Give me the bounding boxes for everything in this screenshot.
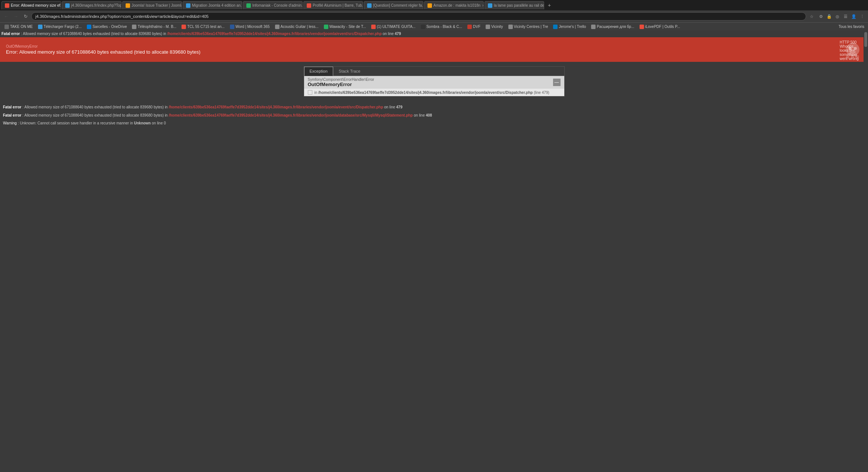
- exception-file-row: in /home/clients/639be536ea14769faeffe7d…: [304, 89, 564, 96]
- fatal-error-3-path: /home/clients/639be536ea14769faeffe7d395…: [169, 113, 413, 117]
- bookmark-wawacity[interactable]: Wawacity - Site de T...: [322, 23, 368, 30]
- bookmark-acoustic[interactable]: Acoustic Guitar | less...: [273, 23, 321, 30]
- tab-7[interactable]: [Question] Comment régler fa... ✕: [364, 1, 423, 9]
- fatal-error-3-label: Fatal error: [3, 113, 21, 117]
- scrollbar[interactable]: [864, 31, 868, 472]
- tab-4-favicon: [186, 3, 190, 8]
- bookmark-word-favicon: [230, 25, 234, 29]
- bookmark-tcl-label: TCL 55 C715 test an...: [187, 25, 224, 29]
- bookmark-dvf[interactable]: DVF: [465, 23, 483, 30]
- extension-icon-3[interactable]: ◎: [834, 13, 841, 20]
- bookmark-extensions-label: Расширения для бр...: [597, 25, 634, 29]
- tab-2[interactable]: j4.360images.fr/index.php?Top... ✕: [62, 1, 121, 9]
- tab-1[interactable]: Error: Allowed memory size ef... ✕: [1, 1, 61, 9]
- tab-1-title: Error: Allowed memory size ef...: [11, 3, 61, 7]
- bookmark-vicinity[interactable]: Vicinity: [483, 23, 505, 30]
- bookmark-ilovepdf[interactable]: iLovePDF | Outils P...: [637, 23, 682, 30]
- new-tab-button[interactable]: +: [545, 1, 554, 9]
- bookmark-word[interactable]: Word | Microsoft 365: [228, 23, 272, 30]
- menu-button[interactable]: ⋮: [858, 13, 866, 20]
- warning-suffix: on line: [152, 121, 164, 125]
- extension-icon-1[interactable]: ⚙: [817, 13, 825, 20]
- bookmark-extensions-favicon: [591, 25, 596, 29]
- fatal-error-1-prefix: : Allowed memory size of 671088640 bytes…: [21, 32, 167, 36]
- tab-3[interactable]: Joomla! Issue Tracker | Joomla... ✕: [122, 1, 182, 9]
- svg-rect-3: [846, 55, 849, 58]
- bookmark-star-button[interactable]: ☆: [808, 12, 816, 20]
- tab-3-favicon: [126, 3, 130, 8]
- bookmark-teleophthalmo[interactable]: Télèophthalmo - M. B...: [130, 23, 179, 30]
- bookmark-jeromes[interactable]: Jerome's | Trello: [551, 23, 588, 30]
- tab-5-title: Infomaniak - Console d'admin...: [252, 3, 303, 7]
- tab-8-close[interactable]: ✕: [482, 4, 484, 7]
- bookmark-extensions[interactable]: Расширения для бр...: [589, 23, 636, 30]
- tab-5[interactable]: Infomaniak - Console d'admin... ✕: [243, 1, 303, 9]
- bookmark-acoustic-label: Acoustic Guitar | less...: [281, 25, 319, 29]
- extension-icon-2[interactable]: 🔒: [826, 13, 833, 20]
- bookmark-sombra-label: Sombra - Black & C...: [426, 25, 462, 29]
- profile-icon[interactable]: 👤: [850, 13, 858, 20]
- fatal-error-1-suffix: on line: [383, 32, 395, 36]
- tab-1-favicon: [5, 3, 9, 8]
- extension-icon-4[interactable]: ☰: [842, 13, 849, 20]
- fatal-error-1: Fatal error : Allowed memory size of 671…: [0, 31, 868, 37]
- fatal-error-2-prefix: : Allowed memory size of 671088640 bytes…: [22, 105, 168, 109]
- bookmarks-bar: TAKE ON ME Télécharger Fargo (2... Sarce…: [0, 22, 868, 31]
- bookmarks-more-button[interactable]: Tous les favoris: [837, 23, 866, 30]
- tab-6[interactable]: Profilé Aluminium | Barre, Tub... ✕: [303, 1, 363, 9]
- bookmark-word-label: Word | Microsoft 365: [236, 25, 270, 29]
- tab-8[interactable]: Amazon.de : makita ls1018n ✕: [424, 1, 484, 9]
- bookmark-tcl[interactable]: TCL 55 C715 test an...: [179, 23, 227, 30]
- exception-expand-checkbox[interactable]: [308, 90, 312, 95]
- exception-header: Symfony\Component\ErrorHandler\Error Out…: [304, 76, 564, 89]
- tab-3-title: Joomla! Issue Tracker | Joomla...: [132, 3, 182, 7]
- svg-rect-4: [851, 55, 854, 58]
- warning-line: Warning : Unknown: Cannot call session s…: [1, 120, 867, 126]
- exception-type: Symfony\Component\ErrorHandler\Error: [308, 77, 374, 82]
- fatal-error-2-label: Fatal error: [3, 105, 21, 109]
- back-button[interactable]: ←: [2, 12, 10, 20]
- exception-file-line: 479: [542, 91, 548, 95]
- exception-file-path: /home/clients/639be536ea14769faeffe7d395…: [318, 91, 533, 95]
- bookmark-ilovepdf-label: iLovePDF | Outils P...: [645, 25, 680, 29]
- browser-chrome: Error: Allowed memory size ef... ✕ j4.36…: [0, 0, 868, 31]
- bookmark-take-on-me[interactable]: TAKE ON ME: [2, 23, 35, 30]
- bookmark-wawacity-favicon: [324, 25, 328, 29]
- reload-button[interactable]: ↻: [22, 12, 30, 20]
- bookmark-sombra-favicon: [421, 25, 425, 29]
- bookmark-vicinity-centres-favicon: [508, 25, 513, 29]
- exception-collapse-button[interactable]: —: [553, 79, 561, 86]
- bookmark-vicinity-centres-label: Vicinity Centres | Tre: [514, 25, 548, 29]
- bookmark-ultimate[interactable]: (1) ULTIMATE GUITA...: [369, 23, 418, 30]
- forward-button[interactable]: →: [12, 12, 20, 20]
- bookmark-telecharger[interactable]: Télécharger Fargo (2...: [36, 23, 84, 30]
- svg-point-0: [846, 43, 859, 56]
- bookmarks-more-label: Tous les favoris: [839, 25, 864, 29]
- svg-rect-5: [856, 55, 859, 58]
- bookmark-ultimate-favicon: [371, 25, 376, 29]
- bookmark-sarcelles[interactable]: Sarcelles - OneDrive: [85, 23, 129, 30]
- tab-2-favicon: [65, 3, 70, 8]
- tab-4[interactable]: Migration Joomla 4 edition an... ✕: [183, 1, 242, 9]
- bookmark-sombra[interactable]: Sombra - Black & C...: [419, 23, 464, 30]
- tab-stack-trace[interactable]: Stack Trace: [333, 67, 366, 76]
- bookmark-tcl-favicon: [182, 25, 186, 29]
- tab-exception[interactable]: Exception: [304, 67, 333, 76]
- fatal-error-3-suffix: on line: [414, 113, 426, 117]
- tab-2-title: j4.360images.fr/index.php?Top...: [71, 3, 121, 7]
- bookmark-vicinity-favicon: [486, 25, 490, 29]
- bookmark-telecharger-label: Télécharger Fargo (2...: [44, 25, 82, 29]
- warning-path: Unknown: [134, 121, 151, 125]
- svg-point-1: [849, 47, 852, 50]
- bookmark-jeromes-favicon: [553, 25, 558, 29]
- bookmark-sarcelles-label: Sarcelles - OneDrive: [92, 25, 127, 29]
- exception-info: Symfony\Component\ErrorHandler\Error Out…: [308, 77, 374, 87]
- tab-7-favicon: [367, 3, 372, 8]
- fatal-error-1-path: /home/clients/639be536ea14769faeffe7d395…: [167, 32, 382, 36]
- url-bar[interactable]: j4.360images.fr/administrator/index.php?…: [31, 12, 806, 20]
- tab-9[interactable]: la lame pas parallèle au rail de... ✕: [484, 1, 544, 9]
- bookmark-take-on-me-label: TAKE ON ME: [10, 25, 33, 29]
- error-banner-title: Error: Allowed memory size of 671088640 …: [6, 49, 201, 55]
- warning-label: Warning: [3, 121, 17, 125]
- bookmark-vicinity-centres[interactable]: Vicinity Centres | Tre: [506, 23, 550, 30]
